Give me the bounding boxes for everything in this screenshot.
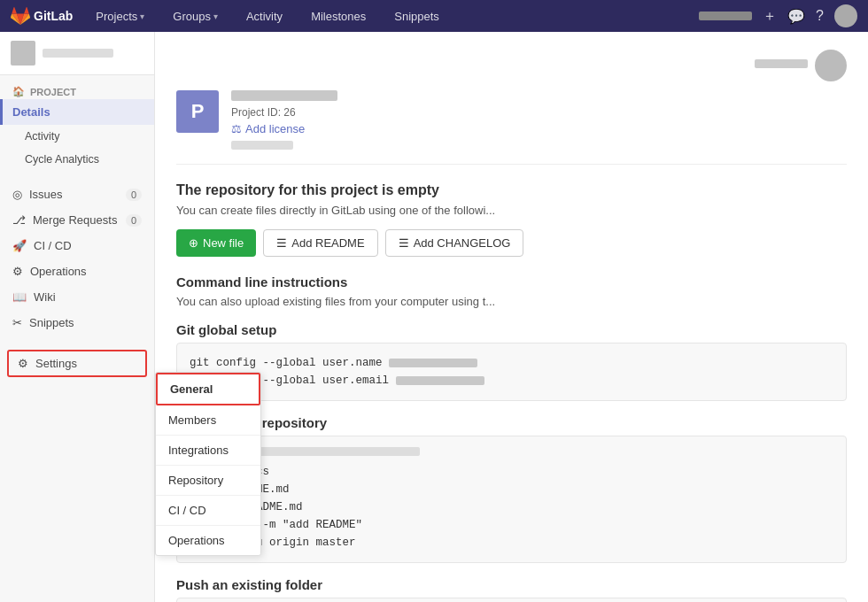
merge-requests-badge: 0 bbox=[126, 214, 142, 227]
add-readme-button[interactable]: ☰ Add README bbox=[263, 229, 377, 257]
create-repo-line-1: cd pams_docs bbox=[190, 463, 833, 481]
top-navigation: GitLab Projects ▾ Groups ▾ Activity Mile… bbox=[0, 0, 868, 32]
chevron-down-icon: ▾ bbox=[213, 12, 218, 21]
question-icon[interactable]: ? bbox=[816, 8, 824, 24]
create-repo-line-4: git commit -m "add README" bbox=[190, 516, 833, 534]
create-repo-line-5: git push -u origin master bbox=[190, 534, 833, 552]
sidebar-main-section: ◎ Issues 0 ⎇ Merge Requests 0 🚀 CI / CD … bbox=[0, 176, 154, 341]
add-changelog-button[interactable]: ☰ Add CHANGELOG bbox=[385, 229, 524, 257]
submenu-item-integrations[interactable]: Integrations bbox=[156, 436, 260, 466]
sidebar-item-operations[interactable]: ⚙ Operations bbox=[0, 259, 154, 284]
sidebar-item-cycle-analytics[interactable]: Cycle Analytics bbox=[0, 148, 154, 171]
action-buttons-row: ⊕ New file ☰ Add README ☰ Add CHANGELOG bbox=[176, 229, 847, 257]
nav-snippets[interactable]: Snippets bbox=[389, 6, 445, 27]
submenu-item-operations[interactable]: Operations bbox=[156, 526, 260, 555]
add-license-link[interactable]: ⚖ Add license bbox=[231, 122, 847, 135]
code-line-1: git config --global user.name bbox=[190, 354, 833, 372]
useremail-blurred bbox=[396, 376, 484, 385]
layers-icon: ⚙ bbox=[12, 265, 23, 278]
sidebar-group-project: 🏠 Project bbox=[0, 81, 154, 99]
sidebar-cycle-analytics-label: Cycle Analytics bbox=[25, 153, 99, 166]
scissors-icon: ✂ bbox=[12, 316, 22, 329]
license-icon: ⚖ bbox=[231, 122, 242, 135]
chevron-down-icon: ▾ bbox=[140, 12, 144, 21]
app-layout: 🏠 Project Details Activity Cycle Analyti… bbox=[0, 32, 868, 602]
plus-icon[interactable]: ＋ bbox=[763, 7, 777, 26]
project-name-blurred-main bbox=[231, 90, 337, 101]
create-repo-line-2: touch README.md bbox=[190, 481, 833, 498]
plus-icon-btn: ⊕ bbox=[189, 236, 198, 250]
sidebar: 🏠 Project Details Activity Cycle Analyti… bbox=[0, 32, 155, 602]
submenu-item-cicd[interactable]: CI / CD bbox=[156, 496, 260, 526]
gitlab-logo[interactable]: GitLab bbox=[11, 6, 73, 26]
project-avatar-small bbox=[11, 41, 35, 66]
nav-activity[interactable]: Activity bbox=[241, 6, 288, 27]
create-repo-title: Create a new repository bbox=[176, 415, 847, 430]
sidebar-project-section: 🏠 Project Details Activity Cycle Analyti… bbox=[0, 75, 154, 176]
empty-repo-desc: You can create files directly in GitLab … bbox=[176, 204, 847, 217]
file-icon-readme: ☰ bbox=[276, 236, 287, 250]
command-section-title: Command line instructions bbox=[176, 274, 847, 289]
circle-icon: ◎ bbox=[12, 188, 22, 201]
create-repo-block: cd pams_docs touch README.md git add REA… bbox=[176, 436, 847, 563]
user-name-blurred bbox=[699, 12, 752, 20]
user-avatar[interactable] bbox=[834, 4, 857, 27]
user-avatar-main bbox=[815, 50, 847, 81]
file-icon-changelog: ☰ bbox=[399, 236, 409, 250]
command-section-desc: You can also upload existing files from … bbox=[176, 295, 847, 308]
project-avatar-large: P bbox=[176, 90, 219, 133]
rocket-icon: 🚀 bbox=[12, 239, 27, 252]
nav-activity-label: Activity bbox=[246, 10, 283, 23]
user-name-blurred-main bbox=[755, 59, 808, 68]
nav-right-area: ＋ 💬 ? bbox=[699, 4, 857, 27]
sidebar-item-details[interactable]: Details bbox=[0, 99, 154, 125]
project-info: Project ID: 26 ⚖ Add license bbox=[231, 90, 847, 150]
code-line-2: git config --global user.email bbox=[190, 372, 833, 390]
book-icon: 📖 bbox=[12, 290, 27, 304]
push-folder-title: Push an existing folder bbox=[176, 577, 847, 592]
git-global-setup-block: git config --global user.name git config… bbox=[176, 343, 847, 401]
git-global-setup-title: Git global setup bbox=[176, 322, 847, 337]
project-visibility-blurred bbox=[231, 141, 293, 150]
sidebar-item-merge-requests[interactable]: ⎇ Merge Requests 0 bbox=[0, 207, 154, 233]
sidebar-item-issues[interactable]: ◎ Issues 0 bbox=[0, 181, 154, 207]
create-repo-line-3: git add README.md bbox=[190, 498, 833, 516]
submenu-item-members[interactable]: Members bbox=[156, 405, 260, 436]
empty-repo-section: The repository for this project is empty… bbox=[176, 182, 847, 257]
sidebar-details-label: Details bbox=[12, 105, 50, 119]
submenu-item-repository[interactable]: Repository bbox=[156, 466, 260, 496]
nav-groups-label: Groups bbox=[173, 10, 211, 23]
issues-badge: 0 bbox=[126, 189, 142, 201]
nav-projects[interactable]: Projects ▾ bbox=[90, 6, 150, 27]
merge-icon: ⎇ bbox=[12, 213, 26, 227]
sidebar-item-settings[interactable]: ⚙ Settings bbox=[7, 350, 147, 377]
gitlab-text: GitLab bbox=[34, 9, 73, 23]
house-icon: 🏠 bbox=[12, 86, 25, 97]
nav-groups[interactable]: Groups ▾ bbox=[167, 6, 223, 27]
new-file-button[interactable]: ⊕ New file bbox=[176, 229, 256, 257]
project-id: Project ID: 26 bbox=[231, 106, 847, 119]
sidebar-settings-section: ⚙ Settings bbox=[0, 341, 154, 386]
project-profile-row: P Project ID: 26 ⚖ Add license bbox=[176, 90, 847, 165]
comment-icon[interactable]: 💬 bbox=[787, 8, 805, 25]
push-folder-block: cd existing_folder git initrn.natweixin_… bbox=[176, 598, 847, 602]
empty-repo-title: The repository for this project is empty bbox=[176, 182, 847, 198]
nav-projects-label: Projects bbox=[96, 10, 137, 23]
nav-snippets-label: Snippets bbox=[394, 10, 439, 23]
sidebar-item-wiki[interactable]: 📖 Wiki bbox=[0, 284, 154, 310]
sidebar-item-activity[interactable]: Activity bbox=[0, 125, 154, 148]
nav-milestones[interactable]: Milestones bbox=[306, 6, 371, 27]
gear-icon: ⚙ bbox=[18, 357, 28, 370]
sidebar-item-cicd[interactable]: 🚀 CI / CD bbox=[0, 233, 154, 259]
settings-submenu: General Members Integrations Repository … bbox=[155, 372, 261, 556]
nav-milestones-label: Milestones bbox=[311, 10, 366, 23]
sidebar-item-snippets[interactable]: ✂ Snippets bbox=[0, 310, 154, 336]
project-name-blurred bbox=[43, 49, 113, 58]
submenu-item-general[interactable]: General bbox=[156, 373, 260, 405]
sidebar-activity-label: Activity bbox=[25, 130, 60, 143]
username-blurred bbox=[389, 359, 477, 367]
sidebar-project-header[interactable] bbox=[0, 32, 154, 75]
main-content: P Project ID: 26 ⚖ Add license The repos… bbox=[155, 32, 868, 602]
